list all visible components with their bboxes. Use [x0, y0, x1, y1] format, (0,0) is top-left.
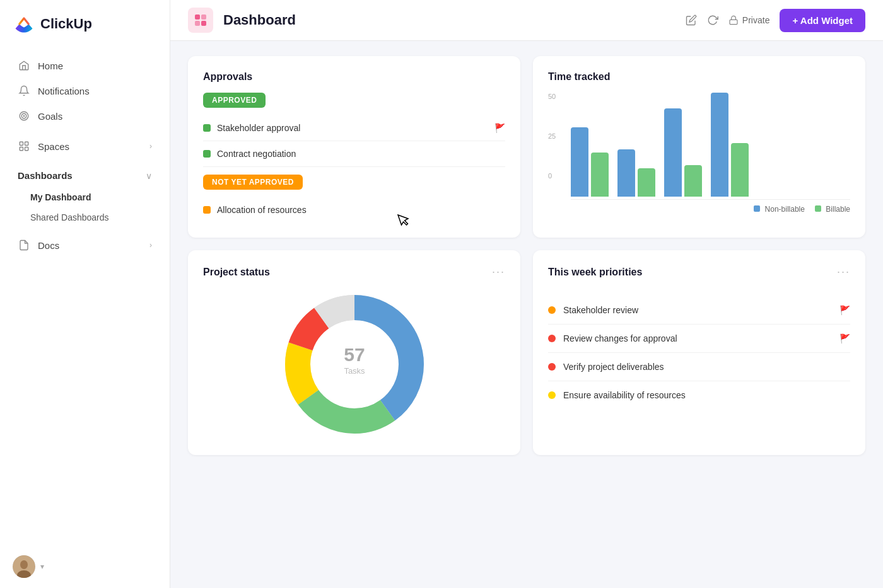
private-label: Private [742, 15, 770, 25]
sidebar-item-dashboards[interactable]: Dashboards ∨ [5, 164, 165, 187]
svg-rect-12 [195, 21, 200, 26]
priorities-widget: This week priorities ··· Stakeholder rev… [533, 250, 865, 455]
sidebar-item-home[interactable]: Home [5, 53, 165, 78]
legend-billable: Billable [815, 205, 850, 214]
approval-label-contract: Contract negotiation [217, 149, 505, 159]
y-label-0: 0 [548, 172, 556, 180]
spaces-chevron-icon: › [149, 142, 152, 151]
approval-label-allocation: Allocation of resources [217, 205, 505, 215]
project-status-widget: Project status ··· [188, 250, 520, 455]
avatar-chevron-icon[interactable]: ▾ [40, 562, 44, 571]
not-approved-badge: NOT YET APPROVED [203, 175, 303, 190]
svg-point-0 [20, 112, 28, 120]
edit-button[interactable] [686, 14, 697, 26]
flag-icon: 🚩 [494, 123, 505, 133]
bar-billable-4 [731, 143, 749, 197]
bar-billable-2 [638, 168, 655, 197]
priorities-menu-button[interactable]: ··· [837, 265, 850, 279]
priority-label-stakeholder-review: Stakeholder review [563, 305, 832, 315]
page-title: Dashboard [223, 12, 675, 28]
y-label-25: 25 [548, 132, 556, 140]
home-icon [18, 59, 30, 72]
project-status-header: Project status ··· [203, 265, 505, 279]
svg-point-8 [20, 560, 28, 569]
dashboard-content: Approvals APPROVED Stakeholder approval … [170, 41, 883, 588]
time-tracked-widget: Time tracked 50 25 0 [533, 56, 865, 238]
priorities-title: This week priorities [548, 267, 642, 278]
dashboards-chevron-icon: ∨ [146, 171, 152, 181]
bar-group-2 [617, 149, 655, 197]
priority-label-ensure-availability: Ensure availability of resources [563, 390, 850, 400]
svg-point-2 [23, 115, 25, 117]
approval-label-stakeholder: Stakeholder approval [217, 123, 488, 133]
priority-dot-red-1 [548, 335, 556, 342]
sidebar-item-my-dashboard[interactable]: My Dashboard [5, 187, 165, 207]
priority-item-review-changes[interactable]: Review changes for approval 🚩 [548, 325, 850, 353]
bar-nonbillable-3 [664, 108, 682, 197]
priority-item-ensure-availability[interactable]: Ensure availability of resources [548, 381, 850, 409]
priority-item-verify-deliverables[interactable]: Verify project deliverables [548, 353, 850, 381]
sidebar-item-goals-label: Goals [38, 111, 152, 122]
donut-chart: 57 Tasks [279, 289, 430, 440]
flag-icon-1: 🚩 [839, 305, 850, 315]
logo-text: ClickUp [40, 16, 92, 32]
approved-dot [203, 124, 211, 132]
svg-rect-3 [20, 142, 23, 145]
sidebar-item-docs[interactable]: Docs › [5, 233, 165, 258]
legend-dot-nonbillable [754, 205, 760, 212]
bar-nonbillable-4 [711, 93, 728, 197]
refresh-button[interactable] [707, 14, 718, 26]
svg-rect-5 [20, 147, 23, 151]
approval-item-contract[interactable]: Contract negotiation [203, 141, 505, 167]
legend-nonbillable: Non-billable [754, 205, 805, 214]
approved-badge: APPROVED [203, 93, 266, 108]
svg-text:57: 57 [344, 344, 365, 365]
project-status-title: Project status [203, 267, 270, 278]
time-tracked-title: Time tracked [548, 71, 850, 83]
bar-group-3 [664, 108, 702, 197]
topbar: Dashboard Private [170, 0, 883, 41]
main-content: Dashboard Private [170, 0, 883, 588]
approval-item-stakeholder[interactable]: Stakeholder approval 🚩 [203, 115, 505, 141]
approvals-title: Approvals [203, 71, 505, 83]
approvals-widget: Approvals APPROVED Stakeholder approval … [188, 56, 520, 238]
sidebar-bottom: ▾ [0, 545, 170, 588]
sidebar-item-notifications[interactable]: Notifications [5, 78, 165, 103]
project-status-menu-button[interactable]: ··· [492, 265, 505, 279]
priority-dot-red-2 [548, 363, 556, 371]
sidebar-item-spaces[interactable]: Spaces › [5, 134, 165, 159]
priority-dot-yellow [548, 391, 556, 399]
goals-icon [18, 110, 30, 122]
priority-item-stakeholder-review[interactable]: Stakeholder review 🚩 [548, 296, 850, 325]
priorities-header: This week priorities ··· [548, 265, 850, 279]
shared-dashboards-label: Shared Dashboards [30, 212, 109, 222]
dashboard-icon [188, 8, 213, 33]
priority-label-verify-deliverables: Verify project deliverables [563, 362, 850, 372]
svg-rect-14 [730, 20, 737, 24]
widgets-grid: Approvals APPROVED Stakeholder approval … [188, 56, 865, 455]
bar-nonbillable-2 [617, 149, 635, 197]
svg-rect-4 [25, 142, 28, 145]
sidebar-item-notifications-label: Notifications [38, 86, 152, 96]
svg-point-1 [21, 113, 26, 118]
svg-text:Tasks: Tasks [344, 366, 365, 376]
sidebar-item-shared-dashboards[interactable]: Shared Dashboards [5, 207, 165, 228]
spaces-icon [18, 140, 30, 153]
my-dashboard-label: My Dashboard [30, 192, 91, 202]
docs-chevron-icon: › [149, 241, 152, 250]
approval-item-allocation[interactable]: Allocation of resources [203, 197, 505, 222]
donut-container: 57 Tasks [203, 289, 505, 440]
sidebar-item-goals[interactable]: Goals [5, 103, 165, 129]
topbar-actions: Private + Add Widget [686, 9, 865, 32]
logo-area: ClickUp [0, 0, 170, 48]
sidebar-docs-label: Docs [38, 240, 142, 251]
y-label-50: 50 [548, 93, 556, 100]
sidebar-spaces-label: Spaces [38, 141, 142, 152]
add-widget-button[interactable]: + Add Widget [780, 9, 865, 32]
not-approved-dot [203, 206, 211, 214]
avatar[interactable] [13, 555, 35, 578]
bar-billable-3 [684, 165, 702, 197]
nav-items: Home Notifications Goals [0, 48, 170, 263]
svg-rect-11 [201, 14, 206, 20]
sidebar-dashboards-label: Dashboards [18, 170, 146, 181]
